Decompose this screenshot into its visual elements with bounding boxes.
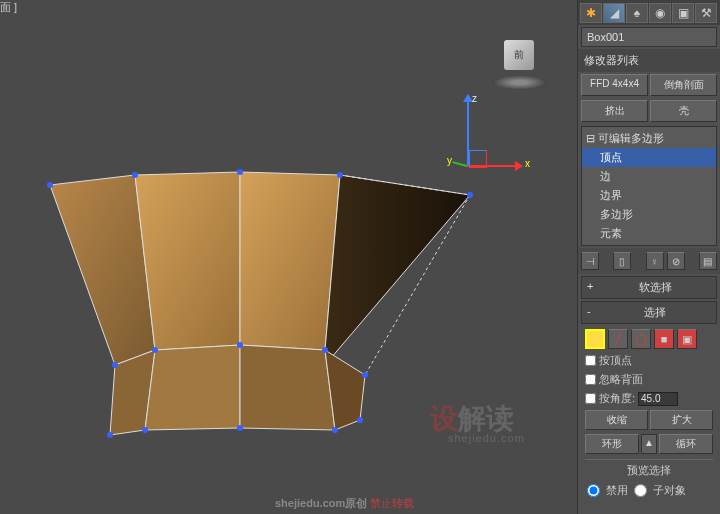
viewport-label: 面 ] bbox=[0, 0, 17, 15]
create-tab-icon[interactable]: ✱ bbox=[580, 3, 602, 23]
ring-button[interactable]: 环形 bbox=[585, 434, 639, 454]
selection-rollout-body: · ╱ ◯ ■ ▣ 按顶点 忽略背面 按角度: 45.0 收缩 扩大 环形 ▲ … bbox=[581, 324, 717, 504]
chamfer-button[interactable]: 倒角剖面 bbox=[650, 74, 717, 96]
motion-tab-icon[interactable]: ◉ bbox=[649, 3, 671, 23]
ring-prev-icon[interactable]: ▲ bbox=[641, 434, 657, 454]
footer-credit: shejiedu.com原创 禁止转载 bbox=[275, 496, 414, 511]
svg-point-22 bbox=[357, 417, 363, 423]
svg-point-19 bbox=[142, 427, 148, 433]
svg-point-15 bbox=[237, 342, 243, 348]
viewport[interactable]: 面 ] 前 z x y bbox=[0, 0, 577, 514]
stack-border[interactable]: 边界 bbox=[582, 186, 716, 205]
modify-tab-icon[interactable]: ◢ bbox=[603, 3, 625, 23]
shell-button[interactable]: 壳 bbox=[650, 100, 717, 122]
modifier-list-dropdown[interactable]: 修改器列表 bbox=[578, 49, 720, 72]
svg-point-13 bbox=[112, 362, 118, 368]
extrude-button[interactable]: 挤出 bbox=[581, 100, 648, 122]
mesh-object[interactable] bbox=[40, 160, 480, 440]
stack-vertex[interactable]: 顶点 bbox=[582, 148, 716, 167]
gizmo-z-label: z bbox=[472, 93, 477, 104]
configure-sets-icon[interactable]: ▤ bbox=[699, 252, 717, 270]
plus-icon: + bbox=[587, 280, 599, 295]
subobj-element-button[interactable]: ▣ bbox=[677, 329, 697, 349]
show-end-result-icon[interactable]: ▯ bbox=[613, 252, 631, 270]
by-angle-label: 按角度: bbox=[599, 391, 635, 406]
grow-button[interactable]: 扩大 bbox=[650, 410, 713, 430]
subobj-edge-button[interactable]: ╱ bbox=[608, 329, 628, 349]
object-name-field[interactable]: Box001 bbox=[581, 27, 717, 47]
make-unique-icon[interactable]: ♀ bbox=[646, 252, 664, 270]
selection-rollout-header[interactable]: - 选择 bbox=[581, 301, 717, 324]
preview-subobj-label: 子对象 bbox=[653, 483, 686, 498]
utilities-tab-icon[interactable]: ⚒ bbox=[695, 3, 717, 23]
by-angle-checkbox[interactable] bbox=[585, 393, 596, 404]
preview-label: 预览选择 bbox=[627, 463, 671, 478]
viewcube[interactable]: 前 bbox=[492, 35, 547, 90]
stack-element[interactable]: 元素 bbox=[582, 224, 716, 243]
ffd-button[interactable]: FFD 4x4x4 bbox=[581, 74, 648, 96]
gizmo-x-label: x bbox=[525, 158, 530, 169]
viewcube-face[interactable]: 前 bbox=[504, 40, 534, 70]
svg-point-20 bbox=[237, 425, 243, 431]
loop-button[interactable]: 循环 bbox=[659, 434, 713, 454]
stack-polygon[interactable]: 多边形 bbox=[582, 205, 716, 224]
angle-spinner[interactable]: 45.0 bbox=[638, 392, 678, 406]
display-tab-icon[interactable]: ▣ bbox=[672, 3, 694, 23]
svg-marker-2 bbox=[240, 172, 340, 350]
ignore-backface-label: 忽略背面 bbox=[599, 372, 643, 387]
svg-point-17 bbox=[362, 372, 368, 378]
preview-off-radio[interactable] bbox=[587, 484, 600, 497]
panel-tabs: ✱ ◢ ♠ ◉ ▣ ⚒ bbox=[578, 0, 720, 25]
subobj-vertex-button[interactable]: · bbox=[585, 329, 605, 349]
hierarchy-tab-icon[interactable]: ♠ bbox=[626, 3, 648, 23]
preview-off-label: 禁用 bbox=[606, 483, 628, 498]
preview-subobj-radio[interactable] bbox=[634, 484, 647, 497]
svg-point-12 bbox=[467, 192, 473, 198]
svg-point-21 bbox=[332, 427, 338, 433]
command-panel: ✱ ◢ ♠ ◉ ▣ ⚒ Box001 修改器列表 FFD 4x4x4 倒角剖面 … bbox=[577, 0, 720, 514]
softselection-rollout-header[interactable]: + 软选择 bbox=[581, 276, 717, 299]
svg-point-16 bbox=[322, 347, 328, 353]
ignore-backface-checkbox[interactable] bbox=[585, 374, 596, 385]
svg-point-10 bbox=[237, 169, 243, 175]
stack-edge[interactable]: 边 bbox=[582, 167, 716, 186]
by-vertex-label: 按顶点 bbox=[599, 353, 632, 368]
svg-point-14 bbox=[152, 347, 158, 353]
svg-point-8 bbox=[47, 182, 53, 188]
subobj-polygon-button[interactable]: ■ bbox=[654, 329, 674, 349]
shrink-button[interactable]: 收缩 bbox=[585, 410, 648, 430]
svg-marker-3 bbox=[325, 175, 470, 365]
subobj-border-button[interactable]: ◯ bbox=[631, 329, 651, 349]
svg-point-18 bbox=[107, 432, 113, 438]
svg-marker-6 bbox=[240, 345, 335, 430]
viewcube-ring bbox=[492, 75, 547, 90]
svg-point-11 bbox=[337, 172, 343, 178]
watermark-url: shejiedu.com bbox=[448, 432, 525, 444]
svg-point-9 bbox=[132, 172, 138, 178]
pin-stack-icon[interactable]: ⊣ bbox=[581, 252, 599, 270]
modifier-stack[interactable]: ⊟可编辑多边形 顶点 边 边界 多边形 元素 bbox=[581, 126, 717, 246]
by-vertex-checkbox[interactable] bbox=[585, 355, 596, 366]
stack-root[interactable]: ⊟可编辑多边形 bbox=[582, 129, 716, 148]
svg-marker-5 bbox=[145, 345, 240, 430]
minus-icon: - bbox=[587, 305, 599, 320]
remove-modifier-icon[interactable]: ⊘ bbox=[667, 252, 685, 270]
